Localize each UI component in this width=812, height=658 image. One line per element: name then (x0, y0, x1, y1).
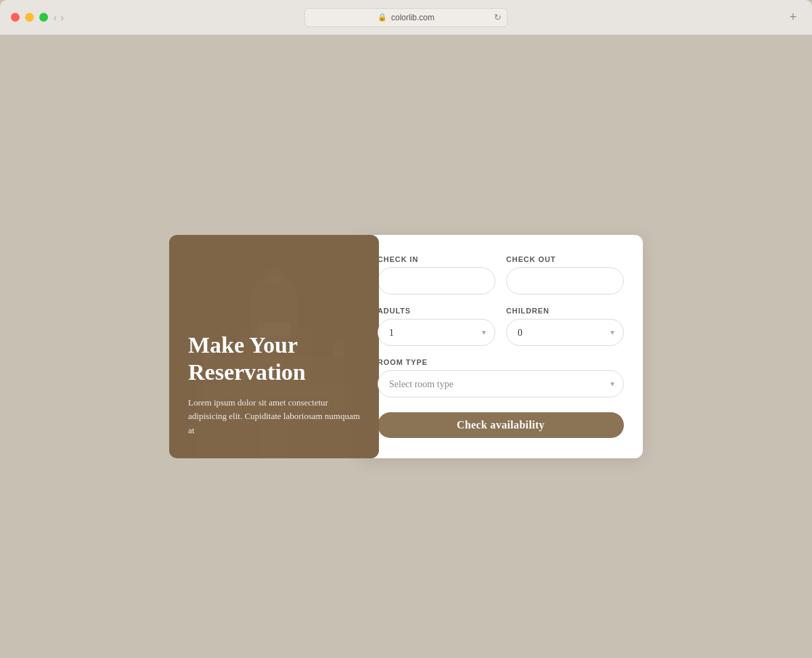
left-panel-content: Make Your Reservation Lorem ipsum dolor … (188, 332, 360, 438)
url-text: colorlib.com (391, 13, 434, 22)
room-type-select-wrapper: Select room type Single Room Double Room… (378, 370, 624, 397)
forward-arrow-icon[interactable]: › (61, 12, 64, 23)
checkout-input[interactable] (506, 267, 624, 294)
left-panel: Make Your Reservation Lorem ipsum dolor … (169, 235, 379, 458)
children-select-wrapper: 0 1 2 3 ▾ (506, 319, 624, 346)
nav-arrows: ‹ › (53, 12, 64, 23)
children-group: CHILDREN 0 1 2 3 ▾ (506, 307, 624, 346)
checkout-group: CHECK OUT (506, 255, 624, 294)
adults-children-row: ADULTS 1 2 3 4 ▾ (378, 307, 624, 346)
adults-group: ADULTS 1 2 3 4 ▾ (378, 307, 495, 346)
room-type-row: ROOM TYPE Select room type Single Room D… (378, 358, 624, 397)
browser-window: ‹ › 🔒 colorlib.com ↻ + (0, 0, 812, 658)
room-type-select[interactable]: Select room type Single Room Double Room… (378, 370, 624, 397)
reservation-title: Make Your Reservation (188, 332, 360, 385)
minimize-button[interactable] (25, 13, 34, 22)
close-button[interactable] (11, 13, 20, 22)
adults-select-wrapper: 1 2 3 4 ▾ (378, 319, 495, 346)
back-arrow-icon[interactable]: ‹ (53, 12, 57, 23)
reservation-widget-container: Make Your Reservation Lorem ipsum dolor … (169, 235, 643, 458)
adults-label: ADULTS (378, 307, 495, 315)
check-availability-button[interactable]: Check availability (378, 412, 624, 438)
room-type-label: ROOM TYPE (378, 358, 624, 366)
checkin-group: CHECK IN (378, 255, 495, 294)
reservation-description: Lorem ipsum dolor sit amet consectetur a… (188, 396, 360, 438)
traffic-lights (11, 13, 48, 22)
lock-icon: 🔒 (378, 13, 387, 22)
room-type-group: ROOM TYPE Select room type Single Room D… (378, 358, 624, 397)
checkin-input[interactable] (378, 267, 495, 294)
checkin-label: CHECK IN (378, 255, 495, 263)
reservation-widget: Make Your Reservation Lorem ipsum dolor … (169, 235, 643, 458)
checkout-label: CHECK OUT (506, 255, 624, 263)
reload-icon[interactable]: ↻ (494, 12, 501, 22)
address-bar[interactable]: 🔒 colorlib.com ↻ (304, 8, 508, 27)
maximize-button[interactable] (39, 13, 48, 22)
children-label: CHILDREN (506, 307, 624, 315)
browser-content: Make Your Reservation Lorem ipsum dolor … (0, 35, 812, 658)
children-select[interactable]: 0 1 2 3 (506, 319, 624, 346)
checkin-checkout-row: CHECK IN CHECK OUT (378, 255, 624, 294)
new-tab-button[interactable]: + (785, 9, 801, 26)
right-panel: CHECK IN CHECK OUT ADULTS (359, 235, 643, 458)
title-bar: ‹ › 🔒 colorlib.com ↻ + (0, 0, 812, 35)
adults-select[interactable]: 1 2 3 4 (378, 319, 495, 346)
